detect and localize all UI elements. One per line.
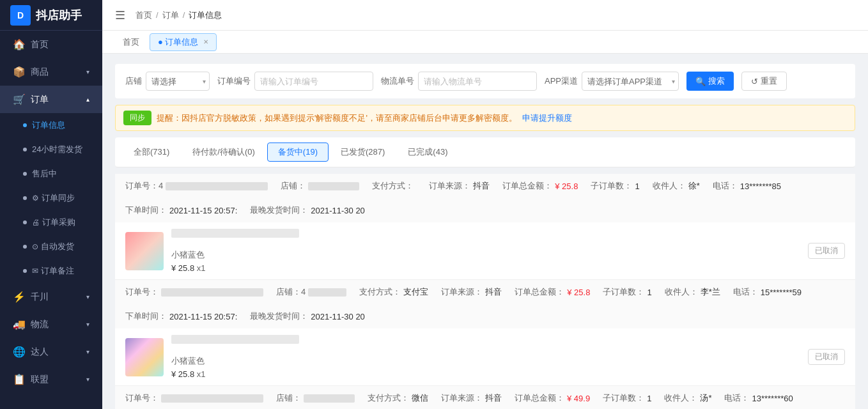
reset-button-label: 重置	[761, 75, 777, 87]
search-button[interactable]: 🔍 搜索	[686, 72, 734, 91]
store-value-1	[308, 182, 359, 190]
order-tab-all[interactable]: 全部(731)	[123, 143, 180, 162]
sidebar-item-aftersale[interactable]: 售后中	[0, 162, 102, 186]
phone-value-1: 13*******85	[740, 181, 781, 191]
sidebar-item-order-purchase[interactable]: 🖨 订单采购	[0, 210, 102, 235]
app-channel-select[interactable]: 请选择订单APP渠道	[582, 72, 679, 91]
receiver-col-2: 收件人： 李*兰	[665, 286, 720, 298]
phone-label-1: 电话：	[713, 180, 738, 192]
order-tab-completed-label: 已完成(43)	[408, 147, 447, 157]
sidebar-item-orders[interactable]: 🛒 订单 ▴	[0, 86, 102, 113]
order-product-row-2: 小猪蓝色 ¥ 25.8 x1 已取消	[115, 328, 855, 385]
phone-value-3: 13*******60	[752, 394, 793, 403]
sidebar-item-logistics-label: 物流	[31, 319, 49, 330]
alert-link[interactable]: 申请提升额度	[522, 112, 572, 124]
receiver-col-3: 收件人： 汤*	[664, 392, 711, 404]
phone-value-2: 15*******59	[761, 288, 802, 297]
suborder-col-1: 子订单数： 1	[591, 180, 639, 192]
order-tab-completed[interactable]: 已完成(43)	[397, 143, 458, 162]
app-channel-filter-group: APP渠道 请选择订单APP渠道	[545, 72, 679, 91]
payment-value-2: 支付宝	[403, 286, 428, 298]
tab-close-icon[interactable]: ✕	[203, 38, 208, 45]
sidebar-item-products[interactable]: 📦 商品 ▾	[0, 58, 102, 86]
product-spec-2: 小猪蓝色	[171, 355, 800, 367]
phone-col-3: 电话： 13*******60	[724, 392, 793, 404]
sidebar-item-order-note[interactable]: ✉ 订单备注	[0, 259, 102, 283]
receiver-col-1: 收件人： 徐*	[653, 180, 700, 192]
store-select[interactable]: 请选择	[146, 72, 210, 91]
app-channel-select-wrapper: 请选择订单APP渠道	[582, 72, 679, 91]
source-col-2: 订单来源： 抖音	[441, 286, 502, 298]
order-item-3: 订单号： 店铺： 支付方式： 微信 订单来源： 抖音	[115, 386, 855, 409]
tab-home-label: 首页	[123, 36, 139, 48]
alert-text: 提醒：因抖店官方脱敏政策，如果遇到提示'解密额度不足'，请至商家店铺后台申请更多…	[157, 112, 517, 124]
note-icon: ✉	[32, 266, 38, 275]
logistics-icon: 🚚	[13, 318, 26, 330]
order-time-value-2: 2021-11-15 20:57:	[169, 312, 237, 321]
sidebar-item-order-info[interactable]: 订单信息	[0, 113, 102, 137]
payment-value-3: 微信	[412, 392, 428, 404]
phone-col-2: 电话： 15*******59	[733, 286, 802, 298]
payment-label-3: 支付方式：	[368, 392, 409, 404]
sidebar: D 抖店助手 🏠 首页 📦 商品 ▾ 🛒 订单 ▴ 订单信息 24小时需发货 售…	[0, 0, 102, 409]
logo-icon: D	[10, 5, 31, 26]
order-no-input[interactable]	[254, 72, 373, 91]
sidebar-item-home[interactable]: 🏠 首页	[0, 31, 102, 58]
payment-col-3: 支付方式： 微信	[368, 392, 428, 404]
menu-toggle-icon[interactable]: ☰	[115, 8, 125, 22]
total-label-3: 订单总金额：	[515, 392, 564, 404]
sidebar-item-logistics[interactable]: 🚚 物流 ▾	[0, 311, 102, 338]
sidebar-item-auto-delivery[interactable]: ⊙ 自动发货	[0, 235, 102, 259]
order-tab-shipped[interactable]: 已发货(287)	[330, 143, 396, 162]
breadcrumb-orders[interactable]: 订单	[162, 10, 179, 21]
order-item-1: 订单号：4 店铺： 支付方式： 订单来源： 抖音	[115, 174, 855, 280]
order-no-label: 订单编号	[217, 75, 251, 87]
sidebar-item-alliance-label: 联盟	[31, 374, 49, 385]
order-tab-preparing[interactable]: 备货中(19)	[267, 143, 329, 162]
store-col-3: 店铺：	[276, 392, 355, 404]
sidebar-item-24h-delivery[interactable]: 24小时需发货	[0, 137, 102, 162]
sidebar-sub-order-purchase-label: 订单采购	[42, 217, 75, 228]
sidebar-item-talent[interactable]: 🌐 达人 ▾	[0, 338, 102, 366]
suborder-value-3: 1	[647, 394, 651, 403]
sidebar-sub-auto-delivery-label: 自动发货	[41, 241, 74, 252]
sidebar-item-alliance[interactable]: 📋 联盟 ▾	[0, 366, 102, 393]
sidebar-item-orders-label: 订单	[31, 94, 49, 105]
phone-col-1: 电话： 13*******85	[713, 180, 781, 192]
cancelled-button-2[interactable]: 已取消	[808, 349, 845, 365]
sidebar-item-qianchuan[interactable]: ⚡ 千川 ▾	[0, 283, 102, 311]
sidebar-sub-order-note-label: 订单备注	[41, 265, 74, 277]
auto-delivery-icon: ⊙	[32, 242, 38, 251]
store-value-3	[304, 394, 355, 403]
logistics-no-input[interactable]	[418, 72, 537, 91]
tab-order-info[interactable]: ● 订单信息 ✕	[150, 33, 217, 51]
cancelled-button-1[interactable]: 已取消	[808, 243, 845, 259]
page-header: ☰ 首页 / 订单 / 订单信息	[102, 0, 868, 31]
receiver-value-3: 汤*	[700, 392, 711, 404]
breadcrumb-sep1: /	[156, 10, 159, 20]
total-value-3: ¥ 49.9	[567, 394, 590, 403]
store-label-3: 店铺：	[276, 392, 301, 404]
purchase-icon: 🖨	[32, 218, 40, 227]
store-label: 店铺	[125, 75, 142, 87]
tab-home[interactable]: 首页	[115, 33, 147, 51]
breadcrumb-home[interactable]: 首页	[136, 10, 152, 21]
order-tab-pending[interactable]: 待付款/待确认(0)	[182, 143, 266, 162]
phone-label-3: 电话：	[724, 392, 749, 404]
total-label-1: 订单总金额：	[502, 180, 552, 192]
tabs-bar: 首页 ● 订单信息 ✕	[102, 31, 868, 54]
sidebar-item-order-sync[interactable]: ⚙ 订单同步	[0, 186, 102, 210]
sync-icon: ⚙	[32, 194, 39, 203]
search-button-label: 搜索	[708, 75, 725, 87]
product-spec-1: 小猪蓝色	[171, 249, 800, 261]
latest-delivery-col-1: 最晚发货时间： 2021-11-30 20	[250, 204, 365, 216]
logistics-no-label: 物流单号	[381, 75, 414, 87]
product-thumb-2	[125, 338, 164, 376]
order-no-label-1: 订单号：4	[125, 180, 163, 192]
total-col-1: 订单总金额： ¥ 25.8	[502, 180, 578, 192]
reset-button[interactable]: ↺ 重置	[741, 72, 787, 91]
total-value-1: ¥ 25.8	[555, 181, 578, 191]
order-tab-pending-label: 待付款/待确认(0)	[192, 147, 255, 157]
sync-button[interactable]: 同步	[123, 111, 151, 125]
phone-label-2: 电话：	[733, 286, 758, 298]
